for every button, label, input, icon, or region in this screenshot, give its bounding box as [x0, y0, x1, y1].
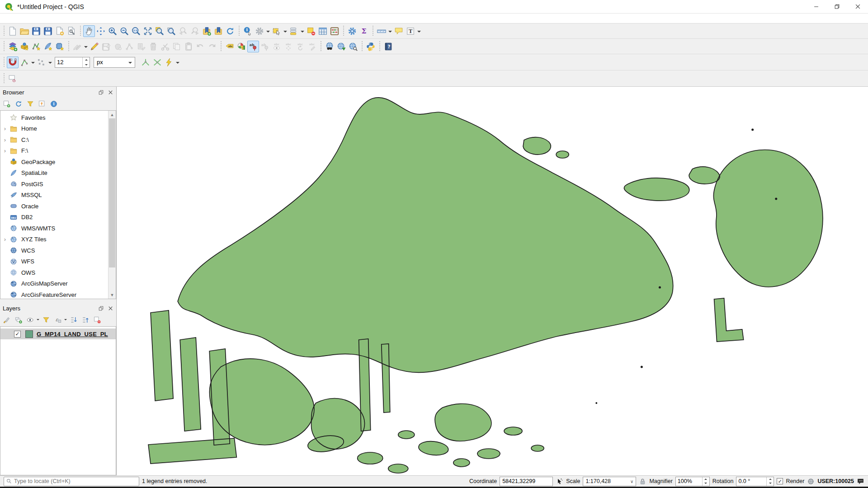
panel-splitter[interactable] [0, 299, 116, 303]
favorites[interactable]: › Favorites [0, 112, 108, 123]
close-button[interactable] [847, 0, 868, 13]
redo[interactable] [206, 41, 218, 52]
delete-selected[interactable] [147, 41, 159, 52]
floating-annotation-tool[interactable] [7, 73, 19, 84]
zoom-in[interactable] [107, 25, 118, 37]
magnifier-down-arrow[interactable] [703, 481, 709, 486]
remove-layer[interactable] [92, 315, 102, 325]
layer-labeling-options[interactable] [224, 41, 236, 52]
add-wms-layer[interactable] [335, 41, 347, 52]
help-contents[interactable] [382, 41, 394, 52]
copy-features[interactable] [171, 41, 183, 52]
minimize-button[interactable] [806, 0, 826, 13]
mssql[interactable]: › MSSQL [0, 190, 108, 201]
modify-attributes[interactable] [136, 41, 147, 52]
map-tips[interactable] [393, 25, 405, 37]
f[interactable]: › F:\ [0, 145, 108, 157]
menu-item-database[interactable] [68, 18, 76, 19]
run-feature-action[interactable] [254, 25, 265, 37]
open-project[interactable] [19, 25, 30, 37]
highlight-pinned-labels[interactable] [259, 41, 271, 52]
menu-item-settings[interactable] [35, 18, 43, 19]
layers-close-icon[interactable] [108, 305, 113, 311]
digitize-shape[interactable] [112, 41, 124, 52]
c[interactable]: › C:\ [0, 134, 108, 145]
layer-visibility-checkbox[interactable]: ✓ [14, 331, 21, 338]
menu-item-view[interactable] [19, 18, 27, 19]
browser-scrollbar[interactable]: ▲ ▼ [108, 111, 116, 299]
new-virtual-layer[interactable] [54, 41, 66, 52]
scroll-down-arrow[interactable]: ▼ [108, 291, 116, 299]
add-group[interactable] [14, 315, 24, 325]
change-label[interactable] [306, 41, 318, 52]
lock-icon[interactable] [639, 478, 646, 485]
select-features-by-value[interactable] [288, 25, 300, 37]
python-console[interactable] [365, 41, 377, 52]
snapping-scope[interactable] [36, 56, 47, 68]
xyz-tiles[interactable]: › XYZ Tiles [0, 234, 108, 245]
deselect-features[interactable] [305, 25, 317, 37]
filter-browser[interactable] [25, 99, 35, 109]
pin-unpin-labels[interactable] [247, 41, 259, 52]
open-layer-styling[interactable] [2, 315, 12, 325]
filter-by-expression[interactable] [53, 315, 63, 325]
text-annotation[interactable] [405, 25, 416, 37]
wms-wmts[interactable]: › WMS/WMTS [0, 223, 108, 234]
snapping-units-combo[interactable]: px [94, 57, 135, 68]
rotation-input[interactable] [736, 477, 766, 486]
statistical-summary[interactable] [358, 25, 370, 37]
identify-features[interactable] [242, 25, 254, 37]
zoom-out[interactable] [118, 25, 130, 37]
open-attribute-table[interactable] [317, 25, 329, 37]
zoom-next[interactable] [189, 25, 201, 37]
magnifier-spinbox[interactable] [675, 477, 710, 486]
expand-chevron-icon[interactable]: › [0, 147, 9, 154]
manage-map-themes[interactable] [25, 315, 35, 325]
rotate-label[interactable] [294, 41, 306, 52]
zoom-to-layer[interactable] [165, 25, 177, 37]
measure-line[interactable] [376, 25, 387, 37]
undo[interactable] [194, 41, 206, 52]
paste-features[interactable] [183, 41, 194, 52]
layer-diagram-options[interactable] [236, 41, 247, 52]
menu-item-layer[interactable] [27, 18, 35, 19]
menu-item-edit[interactable] [11, 18, 19, 19]
zoom-last[interactable] [177, 25, 189, 37]
menu-item-project[interactable] [3, 18, 11, 19]
expand-chevron-icon[interactable]: › [0, 136, 9, 143]
extents-icon[interactable] [556, 478, 563, 485]
map-canvas[interactable] [116, 87, 868, 475]
pan-map[interactable] [83, 25, 95, 37]
rotation-up-arrow[interactable] [767, 477, 774, 482]
add-selected-layers[interactable] [2, 99, 12, 109]
pan-map-to-selection[interactable] [95, 25, 107, 37]
processing-toolbox[interactable] [346, 25, 358, 37]
menu-item-web[interactable] [76, 18, 84, 19]
expand-chevron-icon[interactable]: › [0, 125, 9, 132]
collapse-all-browser[interactable] [37, 99, 47, 109]
render-checkbox[interactable]: ✓ [777, 478, 783, 484]
browser-float-icon[interactable] [98, 89, 104, 95]
wcs[interactable]: › WCS [0, 245, 108, 256]
oracle[interactable]: › Oracle [0, 201, 108, 212]
crs-globe-icon[interactable] [807, 478, 815, 485]
save-project-as[interactable] [42, 25, 54, 37]
crs-badge[interactable]: USER:100025 [817, 478, 854, 484]
new-spatialite-layer[interactable] [42, 41, 54, 52]
geopackage[interactable]: › GeoPackage [0, 156, 108, 168]
new-bookmark[interactable] [201, 25, 212, 37]
layer-properties[interactable] [49, 99, 59, 109]
postgis[interactable]: › PostGIS [0, 178, 108, 190]
db2[interactable]: › DB2 [0, 212, 108, 223]
filter-legend[interactable] [41, 315, 51, 325]
vertex-tool[interactable] [124, 41, 136, 52]
open-field-calculator[interactable] [329, 25, 340, 37]
new-geopackage-layer[interactable] [19, 41, 30, 52]
magnifier-input[interactable] [676, 477, 702, 486]
home[interactable]: › Home [0, 123, 108, 135]
snapping-tolerance-spinbox[interactable] [55, 57, 90, 68]
cut-features[interactable] [159, 41, 171, 52]
menu-item-vector[interactable] [52, 18, 60, 19]
rotation-spinbox[interactable] [736, 477, 774, 486]
layer-row[interactable]: ✓ G_MP14_LAND_USE_PL [0, 328, 116, 339]
